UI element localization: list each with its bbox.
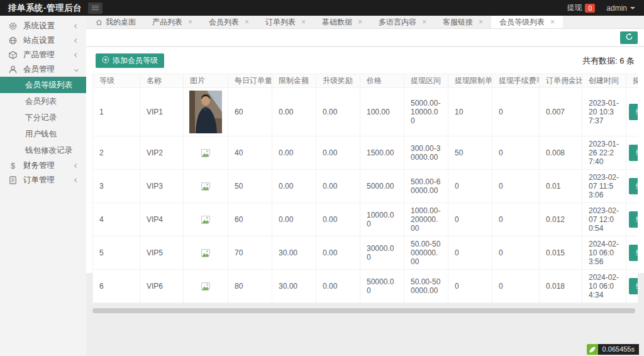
- cell-image: [184, 236, 228, 270]
- col-price: 价格: [360, 74, 404, 88]
- debug-toolbar[interactable]: 0.065455s: [587, 344, 639, 355]
- close-icon[interactable]: ×: [358, 18, 362, 26]
- tab-customer-service-link[interactable]: 客服链接 ×: [435, 16, 491, 28]
- cell-daily-orders: 40: [228, 136, 272, 170]
- chevron-collapsed-icon: [74, 53, 79, 57]
- col-actions: 操作: [626, 74, 638, 88]
- edit-button[interactable]: 编辑: [629, 178, 638, 194]
- cell-withdraw-range: 300.00-30000.00: [404, 136, 448, 170]
- sidebar-item-downscore-records[interactable]: 下分记录: [0, 109, 86, 126]
- cell-price: 100.00: [360, 88, 404, 136]
- col-image: 图片: [184, 74, 228, 88]
- edit-button[interactable]: 编辑: [629, 211, 638, 228]
- edit-button[interactable]: 编辑: [629, 104, 638, 120]
- sidebar-item-member-list[interactable]: 会员列表: [0, 93, 86, 109]
- close-icon[interactable]: ×: [550, 18, 555, 26]
- edit-button-label: 编辑: [636, 148, 638, 157]
- cell-level: 3: [93, 170, 140, 203]
- close-icon[interactable]: ×: [479, 18, 483, 26]
- sidebar-item-finance-management[interactable]: $ 财务管理: [0, 159, 86, 173]
- table-row: 4 VIP4: [93, 203, 638, 236]
- cell-daily-orders: 60: [228, 88, 272, 136]
- scrollbar-thumb[interactable]: [92, 308, 635, 313]
- sidebar-item-user-wallet[interactable]: 用户钱包: [0, 126, 86, 142]
- sidebar-item-member-level-list[interactable]: 会员等级列表: [0, 77, 86, 93]
- cell-commission: 0.008: [540, 136, 582, 170]
- sidebar-item-label: 会员列表: [25, 96, 57, 107]
- sidebar-item-system-settings[interactable]: 系统设置: [0, 19, 86, 33]
- gear-icon: [8, 21, 18, 31]
- sidebar-item-label: 财务管理: [23, 160, 75, 171]
- cell-withdraw-range: 50.00-50000000.00: [404, 236, 448, 270]
- broken-image-icon: [201, 214, 211, 223]
- sidebar-item-order-management[interactable]: 订单管理: [0, 173, 86, 187]
- close-icon[interactable]: ×: [245, 18, 249, 26]
- withdraw-badge: 0: [585, 4, 595, 13]
- edit-button[interactable]: 编辑: [629, 245, 638, 261]
- cell-withdraw-limit: 0: [448, 270, 492, 303]
- close-icon[interactable]: ×: [301, 18, 306, 26]
- tab-member-list[interactable]: 会员列表 ×: [201, 16, 257, 28]
- table-row: 5 VIP5: [93, 236, 638, 270]
- broken-image-icon: [201, 281, 211, 290]
- cell-price: 10000.00: [360, 203, 404, 236]
- tab-multilanguage-content[interactable]: 多语言内容 ×: [370, 16, 435, 28]
- tab-product-list[interactable]: 产品列表 ×: [144, 16, 201, 28]
- cell-level: 4: [93, 203, 140, 236]
- edit-button-label: 编辑: [636, 282, 638, 291]
- cell-limit-amount: 30.00: [272, 270, 316, 303]
- tab-order-list[interactable]: 订单列表 ×: [257, 16, 314, 28]
- sidebar-item-label: 用户钱包: [25, 129, 57, 140]
- sidebar-item-site-settings[interactable]: 站点设置: [0, 33, 86, 48]
- col-created: 创建时间: [582, 74, 626, 88]
- broken-image-icon: [201, 181, 211, 190]
- hamburger-menu-icon[interactable]: [88, 3, 103, 14]
- cell-name: VIP5: [140, 236, 184, 270]
- cell-image: [184, 270, 228, 303]
- tab-basic-data[interactable]: 基础数据 ×: [314, 16, 370, 28]
- close-icon[interactable]: ×: [422, 18, 426, 26]
- cell-actions: 编辑: [626, 136, 638, 170]
- home-icon: [96, 19, 103, 26]
- tab-my-desktop[interactable]: 我的桌面: [87, 16, 144, 28]
- cell-upgrade-reward: 0.00: [316, 136, 360, 170]
- cell-price: 1500.00: [360, 136, 404, 170]
- add-member-level-button[interactable]: 添加会员等级: [96, 53, 164, 68]
- edit-button-label: 编辑: [636, 182, 638, 191]
- col-commission: 订单佣金比例: [540, 74, 582, 88]
- withdraw-menu[interactable]: 提现 0: [567, 3, 595, 13]
- user-menu[interactable]: admin: [606, 4, 635, 13]
- cell-created: 2024-02-10 06:03:56: [582, 236, 626, 270]
- cell-daily-orders: 60: [228, 203, 272, 236]
- edit-button[interactable]: 编辑: [629, 278, 638, 294]
- member-photo: [186, 91, 225, 133]
- cell-created: 2023-01-26 22:27:40: [582, 136, 626, 170]
- cell-upgrade-reward: 0.00: [316, 88, 360, 136]
- horizontal-scrollbar: [92, 308, 638, 313]
- cell-name: VIP6: [140, 270, 184, 303]
- cell-limit-amount: 0.00: [272, 136, 316, 170]
- globe-icon: [8, 36, 18, 45]
- tab-label: 会员列表: [209, 17, 239, 28]
- tab-label: 会员等级列表: [499, 17, 545, 28]
- add-button-label: 添加会员等级: [113, 55, 158, 66]
- withdraw-label: 提现: [567, 3, 582, 13]
- member-level-table: 等级 名称 图片 每日订单量 限制金额 升级奖励 价格 提现区间 提现限制单数 …: [92, 74, 638, 303]
- refresh-button[interactable]: [620, 31, 638, 44]
- sidebar-item-product-management[interactable]: 产品管理: [0, 48, 86, 62]
- sidebar-item-wallet-change-records[interactable]: 钱包修改记录: [0, 142, 86, 159]
- sidebar-item-member-management[interactable]: 会员管理: [0, 62, 86, 77]
- edit-button[interactable]: 编辑: [629, 145, 638, 161]
- cell-actions: 编辑: [626, 270, 638, 303]
- username: admin: [606, 4, 627, 13]
- col-level: 等级: [93, 74, 140, 88]
- tab-member-level-list[interactable]: 会员等级列表 ×: [491, 16, 563, 28]
- cell-upgrade-reward: 0.00: [316, 236, 360, 270]
- col-daily-orders: 每日订单量: [228, 74, 272, 88]
- cell-level: 5: [93, 236, 140, 270]
- sidebar-item-label: 站点设置: [23, 35, 75, 46]
- leaf-icon: [587, 344, 598, 355]
- close-icon[interactable]: ×: [188, 18, 192, 26]
- col-limit-amount: 限制金额: [272, 74, 316, 88]
- cell-created: 2023-02-07 11:53:06: [582, 170, 626, 203]
